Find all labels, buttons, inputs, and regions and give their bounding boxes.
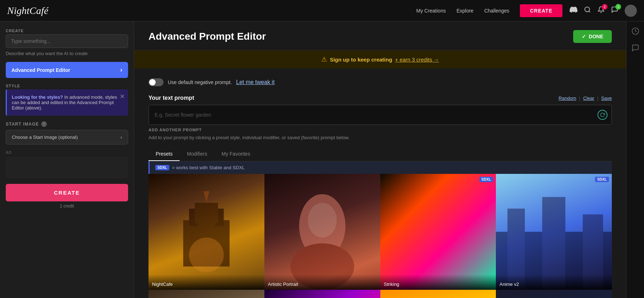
nav-explore[interactable]: Explore	[457, 8, 473, 14]
ad-label: AD	[6, 150, 128, 155]
svg-marker-5	[204, 191, 209, 203]
help-icon[interactable]: ?	[41, 121, 47, 127]
preset-anime[interactable]: Anime v2 SDXL	[496, 174, 612, 290]
svg-point-0	[585, 7, 590, 12]
tab-presets[interactable]: Presets	[148, 147, 180, 161]
svg-rect-4	[195, 203, 218, 223]
preset-sdxl-badge-anime: SDXL	[595, 177, 609, 182]
prompt-section-title: Your text prompt	[148, 95, 194, 101]
svg-point-9	[308, 203, 337, 238]
notification-badge: 2	[602, 4, 608, 10]
tab-favorites[interactable]: My Favorites	[214, 147, 257, 161]
toggle-label: Use default negative prompt.	[168, 79, 232, 85]
add-prompt-button[interactable]: ADD ANOTHER PROMPT	[148, 125, 202, 135]
sdxl-badge: SDXL	[155, 165, 169, 170]
prompt-actions: Random | Clear | Save	[558, 96, 612, 101]
negative-prompt-toggle[interactable]	[148, 78, 164, 86]
earn-credits-link[interactable]: + earn 3 credits →	[395, 57, 439, 63]
notifications-icon[interactable]: 2	[597, 6, 605, 15]
prompt-section: Your text prompt Random | Clear | Save	[148, 95, 612, 140]
check-icon: ✓	[582, 34, 586, 39]
discord-icon[interactable]	[570, 6, 577, 15]
ad-placeholder	[6, 157, 128, 178]
preset-landscape[interactable]: Golden Landscape	[380, 290, 496, 298]
preset-city[interactable]: Urban Night	[496, 290, 612, 298]
messages-icon[interactable]: 4	[611, 6, 618, 15]
nav-my-creations[interactable]: My Creations	[416, 8, 445, 14]
generate-icon[interactable]	[597, 110, 608, 120]
chevron-right-icon: ›	[121, 135, 122, 140]
style-notice-bold: Looking for the styles?	[12, 94, 63, 100]
sidebar: CREATE Describe what you want the AI to …	[0, 21, 134, 298]
text-prompt-input[interactable]	[148, 105, 612, 125]
create-section-label: CREATE	[6, 29, 128, 33]
random-link[interactable]: Random	[558, 96, 576, 101]
page-title: Advanced Prompt Editor	[148, 31, 266, 42]
top-navigation: NightCafé My Creations Explore Challenge…	[0, 0, 644, 21]
preset-label-anime: Anime v2	[496, 274, 612, 290]
signup-banner: ⚠ Sign up to keep creating + earn 3 cred…	[134, 50, 626, 68]
warning-icon: ⚠	[321, 55, 327, 63]
topnav-create-button[interactable]: CREATE	[520, 4, 562, 17]
signup-text: Sign up to keep creating	[330, 57, 392, 63]
nav-challenges[interactable]: Challenges	[484, 8, 509, 14]
preset-tabs: Presets Modifiers My Favorites	[148, 147, 612, 161]
done-button[interactable]: ✓ DONE	[573, 30, 612, 43]
style-notice: Looking for the styles? In advanced mode…	[6, 89, 128, 116]
prompt-input-sidebar[interactable]	[6, 34, 128, 48]
preset-cyber[interactable]: Cyberpunk	[264, 290, 380, 298]
svg-point-6	[189, 238, 224, 272]
style-section-label: STYLE	[6, 84, 128, 88]
preset-sdxl-badge-striking: SDXL	[479, 177, 493, 182]
nav-links: My Creations Explore Challenges	[416, 8, 509, 14]
app-logo: NightCafé	[7, 5, 48, 16]
presets-grid: NightCafe Artistic Portrait S	[148, 174, 612, 298]
messages-badge: 4	[615, 4, 621, 10]
tab-modifiers[interactable]: Modifiers	[180, 147, 214, 161]
preset-striking[interactable]: Striking SDXL	[380, 174, 496, 290]
prompt-input-wrap	[148, 105, 612, 125]
search-icon[interactable]	[584, 6, 591, 15]
side-panel-icons	[626, 21, 644, 298]
chevron-right-icon: ›	[120, 66, 122, 74]
clear-link[interactable]: Clear	[583, 96, 594, 101]
preset-label-portrait: Artistic Portrait	[264, 274, 380, 290]
topnav-icons: 2 4	[570, 5, 637, 17]
start-image-button[interactable]: Choose a Start Image (optional) ›	[6, 130, 128, 145]
toggle-row: Use default negative prompt. Let me twea…	[148, 78, 612, 86]
save-link[interactable]: Save	[601, 96, 612, 101]
start-image-section: START IMAGE ?	[6, 121, 128, 127]
preset-artistic-portrait[interactable]: Artistic Portrait	[264, 174, 380, 290]
preset-face[interactable]: Close-up Face	[148, 290, 264, 298]
user-avatar[interactable]	[625, 5, 637, 17]
preset-label-nightcafe: NightCafe	[148, 274, 264, 290]
main-content: Advanced Prompt Editor ✓ DONE ⚠ Sign up …	[134, 21, 644, 298]
main-header: Advanced Prompt Editor ✓ DONE	[134, 21, 626, 50]
preset-label-striking: Striking	[380, 274, 496, 290]
sdxl-banner-text: = works best with Stable and SDXL	[172, 165, 245, 170]
content-area: Use default negative prompt. Let me twea…	[134, 68, 626, 298]
preset-nightcafe[interactable]: NightCafe	[148, 174, 264, 290]
prompt-desc: Describe what you want the AI to create	[6, 51, 128, 56]
advanced-prompt-editor-button[interactable]: Advanced Prompt Editor ›	[6, 62, 128, 78]
credit-info: 1 credit	[6, 204, 128, 209]
history-icon[interactable]	[631, 27, 639, 37]
add-prompt-desc: Add to your prompt by clicking a preset …	[148, 135, 612, 140]
prompt-header: Your text prompt Random | Clear | Save	[148, 95, 612, 101]
sdxl-banner: SDXL = works best with Stable and SDXL	[148, 161, 612, 174]
close-icon[interactable]: ✕	[120, 93, 125, 100]
tweak-link[interactable]: Let me tweak it	[236, 79, 275, 86]
sidebar-create-button[interactable]: CREATE	[6, 184, 128, 201]
chat-icon[interactable]	[631, 44, 639, 54]
